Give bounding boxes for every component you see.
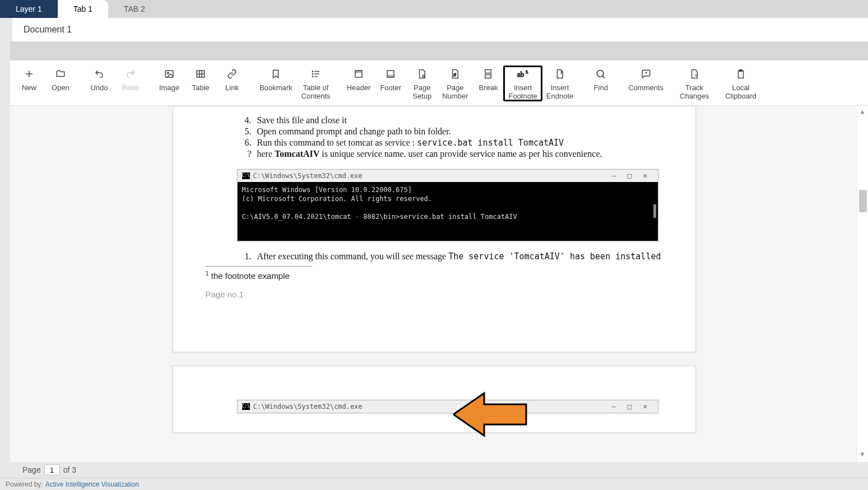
redo-button[interactable]: Redo — [115, 66, 146, 92]
footnote-line: 1 the footnote example — [206, 270, 663, 281]
header-label: Header — [347, 84, 371, 92]
svg-text:#: # — [454, 73, 456, 77]
image-label: Image — [159, 84, 179, 92]
tab-layer-label: Layer 1 — [16, 4, 42, 13]
svg-rect-2 — [165, 71, 173, 77]
svg-text:ab: ab — [517, 70, 524, 78]
list-number: 5. — [236, 127, 252, 137]
close-icon: ✕ — [638, 402, 653, 410]
document-page-1[interactable]: 4. Save this file and close it 5. Open c… — [173, 106, 696, 352]
document-title-bar: Document 1 — [10, 18, 868, 41]
clipboard-icon — [736, 66, 746, 82]
insert-endnote-label: Insert Endnote — [546, 84, 573, 101]
track-changes-icon — [689, 66, 699, 82]
cmd-titlebar: C:\ C:\Windows\System32\cmd.exe — □ ✕ — [238, 400, 658, 413]
toc-label: Table of Contents — [301, 84, 331, 101]
image-icon — [164, 66, 175, 82]
insert-footnote-button[interactable]: ab1 Insert Footnote — [504, 66, 541, 101]
list-text: After executing this command, you will s… — [257, 251, 663, 262]
table-label: Table — [192, 84, 209, 92]
list-number: ? — [236, 149, 252, 159]
find-button[interactable]: Find — [585, 66, 616, 92]
undo-button[interactable]: Undo — [83, 66, 115, 92]
endnote-icon: i — [555, 66, 565, 82]
local-clipboard-button[interactable]: Local Clipboard — [721, 66, 761, 101]
list-text: Save this file and close it — [257, 115, 663, 125]
minimize-icon: — — [606, 402, 622, 410]
comment-icon — [640, 66, 652, 82]
track-changes-label: Track Changes — [680, 84, 709, 101]
cmd-icon: C:\ — [242, 172, 250, 179]
list-text: Run this command to set tomcat as servic… — [257, 138, 663, 148]
tab-layer[interactable]: Layer 1 — [0, 0, 58, 18]
footnote-icon: ab1 — [516, 66, 530, 82]
pager-page-label: Page — [22, 465, 41, 474]
tab-strip: Layer 1 Tab 1 TAB 2 — [0, 0, 868, 18]
svg-rect-17 — [387, 75, 394, 77]
page-number-icon: # — [450, 66, 460, 82]
svg-point-13 — [312, 76, 313, 77]
footer-bar: Powered by: Active Intelligence Visualiz… — [0, 478, 868, 490]
footnote-separator — [206, 266, 312, 267]
document-canvas: 4. Save this file and close it 5. Open c… — [10, 106, 868, 462]
list-item: 5. Open command prompt and change path t… — [236, 127, 663, 137]
bookmark-label: Bookmark — [259, 84, 293, 92]
list-item: 1. After executing this command, you wil… — [236, 251, 663, 262]
pager-total: 3 — [72, 465, 76, 474]
page-setup-icon — [417, 66, 427, 82]
bookmark-button[interactable]: Bookmark — [255, 66, 297, 92]
pager-bar: Page of 3 — [0, 462, 868, 478]
svg-rect-20 — [485, 70, 491, 73]
plus-icon — [24, 66, 34, 82]
footer-icon — [385, 66, 396, 82]
document-page-2[interactable]: C:\ C:\Windows\System32\cmd.exe — □ ✕ — [173, 366, 696, 433]
svg-point-25 — [597, 70, 604, 77]
list-item: 4. Save this file and close it — [236, 115, 663, 125]
svg-point-18 — [423, 75, 425, 77]
footer-label: Footer — [380, 84, 401, 92]
scroll-down-button[interactable]: ▼ — [858, 450, 867, 459]
cmd-title-path: C:\Windows\System32\cmd.exe — [253, 403, 363, 410]
page-number-label: Page Number — [442, 84, 468, 101]
svg-text:1: 1 — [526, 69, 528, 74]
insert-endnote-button[interactable]: i Insert Endnote — [542, 66, 578, 101]
bookmark-icon — [271, 66, 281, 82]
pager-current-input[interactable] — [44, 464, 60, 475]
track-changes-button[interactable]: Track Changes — [675, 66, 713, 101]
undo-label: Undo — [90, 84, 108, 92]
image-button[interactable]: Image — [154, 66, 185, 92]
brand-name: Active Intelligence Visualization — [45, 480, 139, 488]
pager-of-label: of — [63, 465, 70, 474]
table-button[interactable]: Table — [185, 66, 216, 92]
list-text: Open command prompt and change path to b… — [257, 127, 663, 137]
open-button[interactable]: Open — [45, 66, 76, 92]
new-label: New — [22, 84, 36, 92]
scrollbar-thumb[interactable] — [859, 190, 867, 212]
toc-button[interactable]: Table of Contents — [297, 66, 335, 101]
footer-button[interactable]: Footer — [375, 66, 406, 92]
new-button[interactable]: New — [13, 66, 45, 92]
break-icon — [483, 66, 493, 82]
list-item: 6. Run this command to set tomcat as ser… — [236, 138, 663, 148]
cmd-window: C:\ C:\Windows\System32\cmd.exe — □ ✕ — [237, 400, 658, 413]
folder-open-icon — [55, 66, 66, 82]
table-icon — [195, 66, 206, 82]
header-button[interactable]: Header — [342, 66, 375, 92]
scroll-up-button[interactable]: ▲ — [858, 107, 867, 116]
maximize-icon: □ — [622, 171, 638, 180]
page-number-button[interactable]: # Page Number — [438, 66, 472, 101]
undo-icon — [94, 66, 105, 82]
document-title: Document 1 — [24, 25, 72, 35]
page-setup-button[interactable]: Page Setup — [406, 66, 438, 101]
comments-button[interactable]: Comments — [624, 66, 668, 92]
tab-1[interactable]: Tab 1 — [58, 0, 108, 18]
break-button[interactable]: Break — [472, 66, 504, 92]
search-icon — [595, 66, 606, 82]
svg-rect-15 — [355, 71, 362, 73]
tab-2[interactable]: TAB 2 — [108, 0, 161, 18]
minimize-icon: — — [606, 171, 622, 180]
local-clipboard-label: Local Clipboard — [725, 84, 756, 101]
link-button[interactable]: Link — [216, 66, 248, 92]
cmd-body: Microsoft Windows [Version 10.0.22000.67… — [238, 182, 658, 241]
svg-point-12 — [312, 73, 313, 74]
